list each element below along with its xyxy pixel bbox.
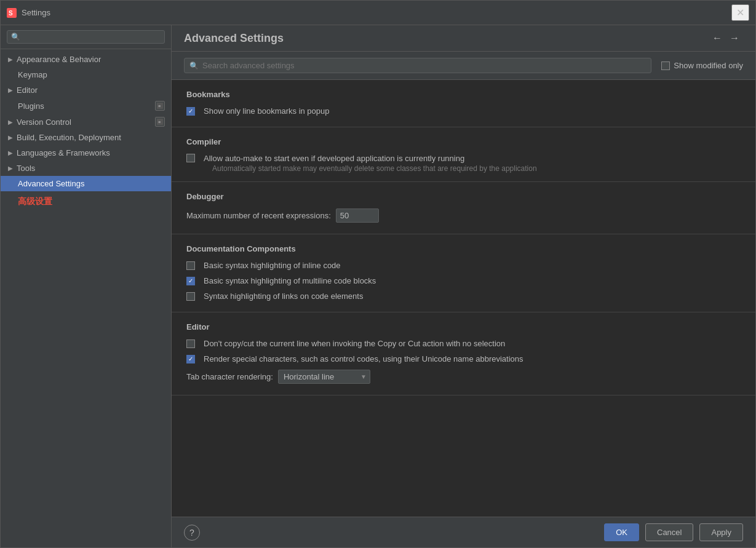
page-title: Advanced Settings (184, 32, 709, 45)
auto-make-checkbox[interactable] (186, 154, 195, 162)
chevron-icon: ▶ (8, 134, 13, 141)
cancel-button[interactable]: Cancel (645, 523, 693, 541)
render-special-row: Render special characters, such as contr… (186, 354, 741, 363)
tab-rendering-label: Tab character rendering: (186, 372, 273, 381)
sidebar-item-appearance[interactable]: ▶ Appearance & Behavior (1, 52, 171, 67)
sidebar-item-label: Tools (17, 164, 35, 173)
version-control-badge: ≡ (155, 117, 165, 127)
sidebar-item-label: Editor (17, 85, 38, 95)
inline-syntax-row: Basic syntax highlighting of inline code (186, 261, 741, 270)
editor-section: Editor Don't copy/cut the current line w… (172, 312, 755, 395)
titlebar: S Settings ✕ (1, 1, 755, 25)
copy-cut-label: Don't copy/cut the current line when inv… (204, 339, 505, 348)
copy-cut-checkbox[interactable] (186, 340, 195, 348)
show-modified-label[interactable]: Show modified only (661, 61, 743, 70)
auto-make-sublabel: Automatically started make may eventuall… (212, 164, 537, 173)
links-syntax-label: Syntax highlighting of links on code ele… (204, 292, 363, 301)
sidebar-search-input[interactable] (23, 33, 161, 41)
tab-rendering-select-wrapper: Horizontal line Arrow None ▼ (273, 370, 370, 384)
sidebar-item-label: Plugins (18, 101, 44, 111)
search-icon: 🔍 (189, 62, 199, 70)
app-icon: S (7, 8, 17, 18)
main-panel: Advanced Settings ← → 🔍 Show modified on… (172, 25, 755, 547)
close-button[interactable]: ✕ (731, 4, 749, 21)
sidebar-item-label: Languages & Frameworks (17, 148, 110, 157)
render-special-label: Render special characters, such as contr… (204, 354, 523, 363)
line-bookmarks-label: Show only line bookmarks in popup (204, 106, 330, 116)
svg-text:≡: ≡ (158, 104, 161, 108)
back-button[interactable]: ← (709, 31, 726, 45)
apply-button[interactable]: Apply (699, 523, 743, 541)
chevron-icon: ▶ (8, 119, 13, 125)
copy-cut-row: Don't copy/cut the current line when inv… (186, 339, 741, 348)
tab-rendering-select[interactable]: Horizontal line Arrow None (278, 370, 370, 384)
main-header: Advanced Settings ← → (172, 25, 755, 52)
svg-text:S: S (9, 10, 13, 17)
multiline-syntax-checkbox[interactable] (186, 277, 195, 285)
debugger-title: Debugger (186, 192, 741, 201)
bookmarks-title: Bookmarks (186, 90, 741, 99)
show-modified-text: Show modified only (674, 61, 743, 70)
window-title: Settings (22, 8, 731, 17)
help-icon: ? (189, 528, 194, 538)
sidebar-item-label: Appearance & Behavior (17, 55, 101, 64)
render-special-checkbox[interactable] (186, 355, 195, 363)
inline-syntax-checkbox[interactable] (186, 261, 195, 270)
max-expressions-row: Maximum number of recent expressions: (186, 208, 741, 223)
sidebar-item-label: Advanced Settings (18, 179, 84, 188)
help-button[interactable]: ? (184, 525, 200, 541)
bookmarks-section: Bookmarks Show only line bookmarks in po… (172, 80, 755, 127)
sidebar-item-keymap[interactable]: Keymap (1, 67, 171, 82)
documentation-title: Documentation Components (186, 244, 741, 253)
sidebar-item-label: Build, Execution, Deployment (17, 133, 121, 142)
editor-title: Editor (186, 322, 741, 332)
plugins-badge: ≡ (155, 101, 165, 111)
sidebar-search-box[interactable]: 🔍 (7, 30, 165, 44)
sidebar-search-area: 🔍 (1, 25, 171, 49)
sidebar-item-tools[interactable]: ▶ Tools (1, 161, 171, 176)
max-expressions-label: Maximum number of recent expressions: (186, 211, 331, 220)
sidebar-item-version-control[interactable]: ▶ Version Control ≡ (1, 114, 171, 130)
chinese-label: 高级设置 (1, 191, 171, 212)
auto-make-row: Allow auto-make to start even if develop… (186, 154, 741, 173)
sidebar-item-label: Version Control (17, 117, 71, 127)
show-modified-checkbox[interactable] (661, 62, 670, 70)
sidebar-item-advanced[interactable]: Advanced Settings (1, 176, 171, 191)
links-syntax-row: Syntax highlighting of links on code ele… (186, 292, 741, 301)
debugger-section: Debugger Maximum number of recent expres… (172, 182, 755, 234)
multiline-syntax-row: Basic syntax highlighting of multiline c… (186, 276, 741, 285)
main-content: Bookmarks Show only line bookmarks in po… (172, 80, 755, 517)
chevron-icon: ▶ (8, 149, 13, 156)
chevron-icon: ▶ (8, 56, 13, 63)
multiline-syntax-label: Basic syntax highlighting of multiline c… (204, 276, 376, 285)
search-box[interactable]: 🔍 (184, 58, 651, 73)
svg-text:≡: ≡ (158, 120, 161, 124)
inline-syntax-label: Basic syntax highlighting of inline code (204, 261, 341, 270)
tab-rendering-row: Tab character rendering: Horizontal line… (186, 370, 741, 384)
sidebar-item-build[interactable]: ▶ Build, Execution, Deployment (1, 130, 171, 145)
chevron-icon: ▶ (8, 87, 13, 93)
search-input[interactable] (202, 61, 646, 70)
sidebar-search-icon: 🔍 (11, 33, 20, 41)
max-expressions-input[interactable] (336, 208, 379, 223)
settings-window: S Settings ✕ 🔍 ▶ Appearance & Behavior (0, 0, 756, 548)
chevron-icon: ▶ (8, 165, 13, 172)
compiler-title: Compiler (186, 137, 741, 146)
sidebar-item-plugins[interactable]: Plugins ≡ (1, 98, 171, 114)
ok-button[interactable]: OK (604, 523, 639, 541)
footer: ? OK Cancel Apply (172, 517, 755, 547)
compiler-section: Compiler Allow auto-make to start even i… (172, 127, 755, 182)
links-syntax-checkbox[interactable] (186, 292, 195, 301)
documentation-section: Documentation Components Basic syntax hi… (172, 234, 755, 312)
content-area: 🔍 ▶ Appearance & Behavior Keymap ▶ Edito (1, 25, 755, 547)
auto-make-label: Allow auto-make to start even if develop… (204, 154, 537, 163)
line-bookmarks-row: Show only line bookmarks in popup (186, 106, 741, 116)
sidebar: 🔍 ▶ Appearance & Behavior Keymap ▶ Edito (1, 25, 172, 547)
sidebar-items: ▶ Appearance & Behavior Keymap ▶ Editor … (1, 49, 171, 547)
line-bookmarks-checkbox[interactable] (186, 107, 195, 116)
search-bar: 🔍 Show modified only (172, 52, 755, 80)
sidebar-item-label: Keymap (18, 70, 47, 79)
forward-button[interactable]: → (726, 31, 743, 45)
sidebar-item-editor[interactable]: ▶ Editor (1, 82, 171, 98)
sidebar-item-languages[interactable]: ▶ Languages & Frameworks (1, 145, 171, 161)
